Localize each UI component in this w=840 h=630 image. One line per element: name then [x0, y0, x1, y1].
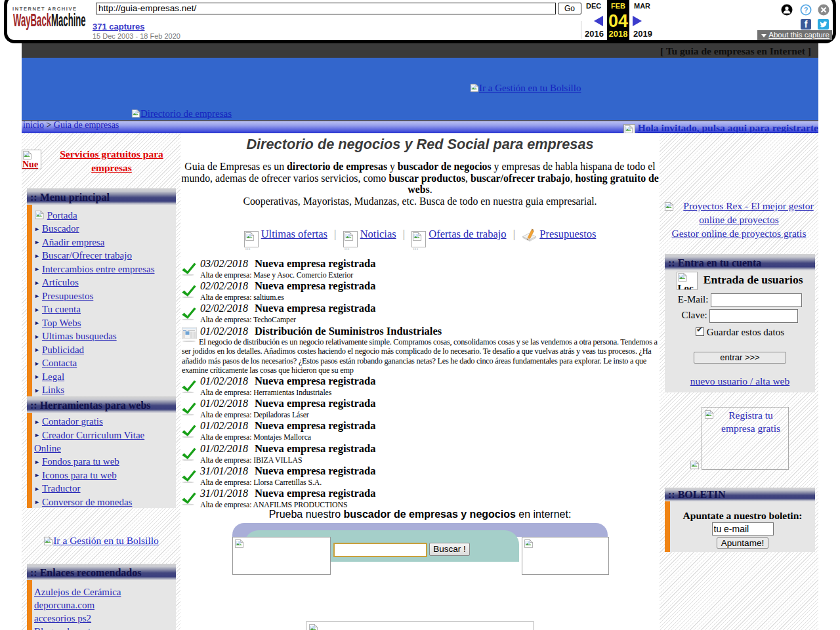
svg-text:?: ? — [804, 6, 808, 14]
